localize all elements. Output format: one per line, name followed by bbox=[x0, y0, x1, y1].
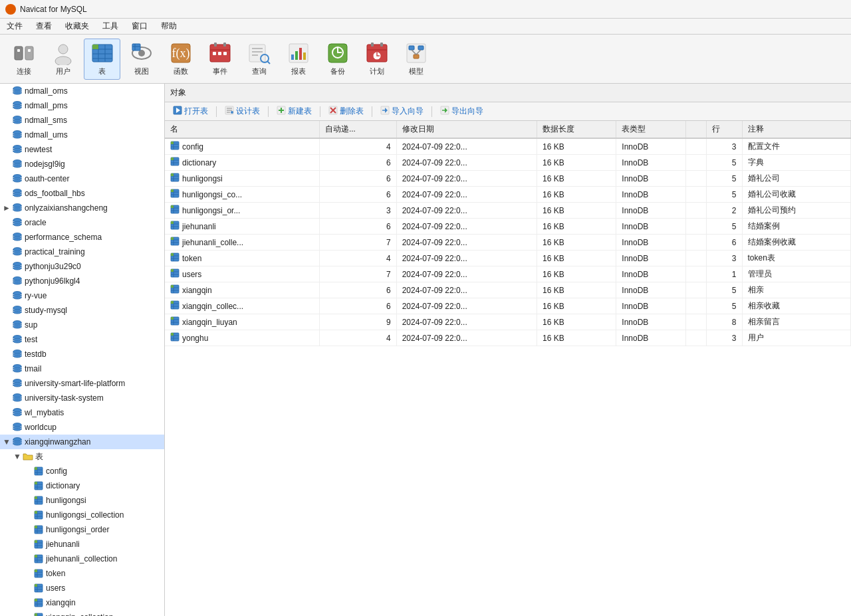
sidebar-item-ry-vue[interactable]: ry-vue bbox=[0, 288, 164, 303]
tree-toggle[interactable] bbox=[3, 116, 11, 124]
tree-toggle[interactable] bbox=[24, 496, 32, 504]
tree-toggle[interactable] bbox=[3, 394, 11, 402]
sidebar-item-ndmall_oms[interactable]: ndmall_oms bbox=[0, 84, 164, 98]
tree-toggle[interactable] bbox=[24, 555, 32, 563]
column-header[interactable]: 修改日期 bbox=[396, 121, 537, 138]
sidebar-item-tmail[interactable]: tmail bbox=[0, 361, 164, 376]
tree-toggle[interactable] bbox=[3, 175, 11, 183]
menu-item-工具[interactable]: 工具 bbox=[96, 19, 125, 34]
sidebar-item-t_jiehunanli[interactable]: jiehunanli bbox=[0, 537, 164, 552]
table-row[interactable]: jiehunanli_colle... 72024-07-09 22:0...1… bbox=[165, 235, 851, 251]
tree-toggle[interactable]: ▼ bbox=[3, 438, 11, 446]
toolbar-btn-报表[interactable]: 报表 bbox=[280, 39, 316, 80]
toolbar-btn-连接[interactable]: 连接 bbox=[5, 39, 42, 80]
sidebar-item-ndmall_ums[interactable]: ndmall_ums bbox=[0, 128, 164, 142]
tree-toggle[interactable] bbox=[3, 102, 11, 110]
sidebar-item-oracle[interactable]: oracle bbox=[0, 215, 164, 230]
column-header[interactable]: 自动递... bbox=[319, 121, 396, 138]
menu-item-帮助[interactable]: 帮助 bbox=[154, 19, 183, 34]
menu-item-窗口[interactable]: 窗口 bbox=[125, 19, 154, 34]
tree-toggle[interactable] bbox=[24, 540, 32, 548]
table-row[interactable]: yonghu 42024-07-09 22:0...16 KBInnoDB3用户 bbox=[165, 330, 851, 346]
tree-toggle[interactable] bbox=[3, 233, 11, 241]
tree-toggle[interactable] bbox=[24, 511, 32, 519]
tree-toggle[interactable] bbox=[3, 379, 11, 387]
sidebar-item-t_hunligongsi_collection[interactable]: hunligongsi_collection bbox=[0, 508, 164, 522]
toolbar-btn-计划[interactable]: 计划 bbox=[358, 39, 395, 80]
sidebar-item-t_users[interactable]: users bbox=[0, 581, 164, 595]
table-row[interactable]: config 42024-07-09 22:0...16 KBInnoDB3配置… bbox=[165, 138, 851, 155]
menu-item-文件[interactable]: 文件 bbox=[0, 19, 29, 34]
sidebar-item-university-task-system[interactable]: university-task-system bbox=[0, 391, 164, 405]
sidebar-item-biao[interactable]: ▼ 表 bbox=[0, 449, 164, 464]
tree-toggle[interactable]: ▼ bbox=[13, 453, 21, 461]
tree-toggle[interactable] bbox=[3, 262, 11, 270]
action-btn-设计表[interactable]: 设计表 bbox=[219, 104, 265, 118]
sidebar-item-ndmall_sms[interactable]: ndmall_sms bbox=[0, 113, 164, 128]
sidebar-item-test[interactable]: test bbox=[0, 332, 164, 347]
table-row[interactable]: xiangqin 62024-07-09 22:0...16 KBInnoDB5… bbox=[165, 282, 851, 298]
tree-toggle[interactable] bbox=[3, 423, 11, 431]
sidebar[interactable]: ndmall_oms ndmall_pms ndmall_sms ndmall_… bbox=[0, 84, 165, 616]
column-header[interactable]: 表类型 bbox=[616, 121, 686, 138]
column-header[interactable]: 行 bbox=[707, 121, 742, 138]
sidebar-item-university-smart-life-platform[interactable]: university-smart-life-platform bbox=[0, 376, 164, 391]
tree-toggle[interactable] bbox=[3, 189, 11, 197]
sidebar-item-newtest[interactable]: newtest bbox=[0, 142, 164, 157]
column-header[interactable]: 名 bbox=[165, 121, 319, 138]
tree-toggle[interactable] bbox=[24, 569, 32, 577]
toolbar-btn-备份[interactable]: 备份 bbox=[319, 39, 356, 80]
sidebar-item-t_dictionary[interactable]: dictionary bbox=[0, 478, 164, 493]
sidebar-item-t_hunligongsi[interactable]: hunligongsi bbox=[0, 493, 164, 508]
sidebar-item-ndmall_pms[interactable]: ndmall_pms bbox=[0, 98, 164, 113]
sidebar-item-t_config[interactable]: config bbox=[0, 464, 164, 478]
sidebar-item-t_xiangqin_collection[interactable]: xiangqin_collection bbox=[0, 610, 164, 616]
sidebar-item-t_jiehunanli_collection[interactable]: jiehunanli_collection bbox=[0, 552, 164, 566]
data-table-container[interactable]: 名自动递...修改日期数据长度表类型行注释 config 42024-07-09… bbox=[165, 121, 851, 616]
action-btn-导入向导[interactable]: 导入向导 bbox=[375, 104, 429, 118]
toolbar-btn-函数[interactable]: f(x)函数 bbox=[162, 39, 199, 80]
tree-toggle[interactable] bbox=[24, 599, 32, 607]
action-btn-删除表[interactable]: 删除表 bbox=[323, 104, 369, 118]
sidebar-item-xiangqinwangzhan[interactable]: ▼ xiangqinwangzhan bbox=[0, 435, 164, 449]
tree-toggle[interactable] bbox=[3, 365, 11, 373]
toolbar-btn-查询[interactable]: 查询 bbox=[241, 39, 277, 80]
sidebar-item-t_token[interactable]: token bbox=[0, 566, 164, 581]
toolbar-btn-用户[interactable]: 用户 bbox=[45, 39, 81, 80]
table-row[interactable]: jiehunanli 62024-07-09 22:0...16 KBInnoD… bbox=[165, 219, 851, 235]
table-row[interactable]: hunligongsi_co... 62024-07-09 22:0...16 … bbox=[165, 187, 851, 203]
sidebar-item-ods_football_hbs[interactable]: ods_football_hbs bbox=[0, 186, 164, 201]
sidebar-item-testdb[interactable]: testdb bbox=[0, 347, 164, 361]
sidebar-item-t_hunligongsi_order[interactable]: hunligongsi_order bbox=[0, 522, 164, 537]
table-row[interactable]: hunligongsi_or... 32024-07-09 22:0...16 … bbox=[165, 203, 851, 219]
action-btn-打开表[interactable]: 打开表 bbox=[168, 104, 213, 118]
tree-toggle[interactable] bbox=[3, 350, 11, 358]
menu-item-收藏夹[interactable]: 收藏夹 bbox=[59, 19, 96, 34]
sidebar-item-study-mysql[interactable]: study-mysql bbox=[0, 303, 164, 318]
tree-toggle[interactable] bbox=[24, 467, 32, 475]
column-header[interactable] bbox=[686, 121, 707, 138]
table-row[interactable]: xiangqin_collec... 62024-07-09 22:0...16… bbox=[165, 298, 851, 314]
sidebar-item-onlyzaixianshangcheng[interactable]: ► onlyzaixianshangcheng bbox=[0, 201, 164, 215]
toolbar-btn-视图[interactable]: 视图 bbox=[123, 39, 160, 80]
tree-toggle[interactable]: ► bbox=[3, 204, 11, 212]
tree-toggle[interactable] bbox=[3, 409, 11, 417]
tree-toggle[interactable] bbox=[24, 584, 32, 592]
menu-item-查看[interactable]: 查看 bbox=[29, 19, 59, 34]
tree-toggle[interactable] bbox=[3, 146, 11, 154]
column-header[interactable]: 注释 bbox=[742, 121, 850, 138]
tree-toggle[interactable] bbox=[24, 613, 32, 616]
action-btn-新建表[interactable]: 新建表 bbox=[271, 104, 317, 118]
sidebar-item-pythonju96lkgl4[interactable]: pythonju96lkgl4 bbox=[0, 274, 164, 288]
tree-toggle[interactable] bbox=[3, 292, 11, 300]
tree-toggle[interactable] bbox=[3, 248, 11, 256]
sidebar-item-t_xiangqin[interactable]: xiangqin bbox=[0, 595, 164, 610]
tree-toggle[interactable] bbox=[3, 219, 11, 227]
tree-toggle[interactable] bbox=[3, 160, 11, 168]
sidebar-item-pythonju3u29c0[interactable]: pythonju3u29c0 bbox=[0, 259, 164, 274]
toolbar-btn-模型[interactable]: 模型 bbox=[398, 39, 434, 80]
sidebar-item-sup[interactable]: sup bbox=[0, 318, 164, 332]
sidebar-item-practical_training[interactable]: practical_training bbox=[0, 245, 164, 259]
sidebar-item-wl_mybatis[interactable]: wl_mybatis bbox=[0, 405, 164, 420]
tree-toggle[interactable] bbox=[3, 277, 11, 285]
